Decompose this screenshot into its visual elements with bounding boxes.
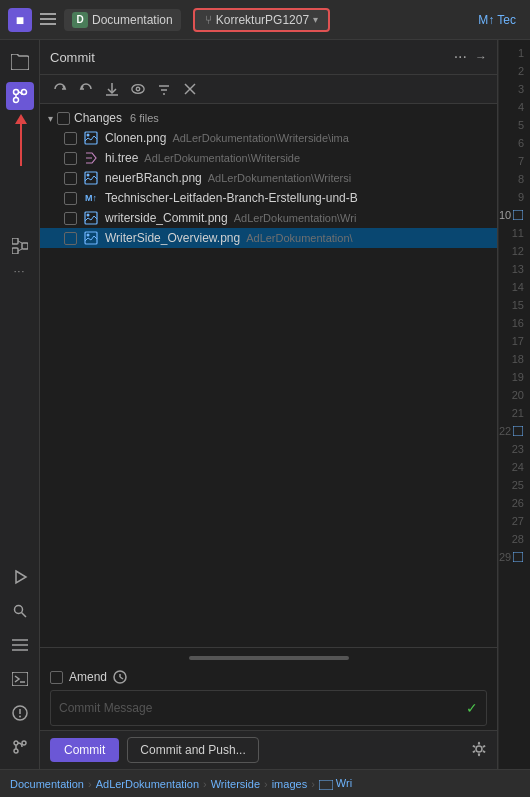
svg-point-24 — [14, 749, 18, 753]
file-checkbox-hitree[interactable] — [64, 152, 77, 165]
file-checkbox-writerside-overview[interactable] — [64, 232, 77, 245]
svg-point-29 — [132, 85, 144, 94]
file-item-neuerbranch[interactable]: neuerBRanch.png AdLerDokumentation\Write… — [40, 168, 497, 188]
branch-label: KorrekturPG1207 — [216, 13, 309, 27]
sidebar-icon-structure[interactable] — [6, 232, 34, 260]
sidebar-icon-git-bottom[interactable] — [6, 733, 34, 761]
file-item-writerside-commit[interactable]: writerside_Commit.png AdLerDokumentation… — [40, 208, 497, 228]
svg-point-3 — [13, 90, 18, 95]
line-12: 12 — [499, 242, 524, 260]
commit-message-area[interactable]: Commit Message ✓ — [50, 690, 487, 726]
project-icon: D — [72, 12, 88, 28]
sidebar-icon-warning[interactable] — [6, 699, 34, 727]
file-type-icon-clonen — [83, 130, 99, 146]
sidebar-icon-list[interactable] — [6, 631, 34, 659]
status-part2: AdLerDokumentation — [96, 778, 199, 790]
commit-panel-title: Commit — [50, 50, 446, 65]
line-18: 18 — [499, 350, 524, 368]
file-checkbox-technischer[interactable] — [64, 192, 77, 205]
branch-selector[interactable]: ⑂ KorrekturPG1207 ▾ — [193, 8, 330, 32]
line-2: 2 — [499, 62, 524, 80]
line-6: 6 — [499, 134, 524, 152]
line-19: 19 — [499, 368, 524, 386]
file-checkbox-writerside-commit[interactable] — [64, 212, 77, 225]
file-checkbox-neuerbranch[interactable] — [64, 172, 77, 185]
download-button[interactable] — [102, 79, 122, 99]
amend-row: Amend — [50, 670, 487, 684]
line-11: 11 — [499, 224, 524, 242]
changes-label: Changes — [74, 111, 122, 125]
file-name-neuerbranch: neuerBRanch.png — [105, 171, 202, 185]
svg-rect-49 — [513, 210, 523, 220]
close-toolbar-button[interactable] — [180, 79, 200, 99]
changes-header[interactable]: ▾ Changes 6 files — [40, 108, 497, 128]
line-3: 3 — [499, 80, 524, 98]
amend-checkbox[interactable] — [50, 671, 63, 684]
amend-label: Amend — [69, 670, 107, 684]
svg-point-44 — [87, 234, 90, 237]
sidebar-icon-git[interactable] — [6, 82, 34, 110]
project-selector[interactable]: D Documentation — [64, 9, 181, 31]
status-part5: Wri — [319, 777, 352, 789]
commit-push-button[interactable]: Commit and Push... — [127, 737, 258, 763]
undo-button[interactable] — [76, 79, 96, 99]
status-part1: Documentation — [10, 778, 84, 790]
sort-button[interactable] — [154, 79, 174, 99]
line-numbers-panel: 1 2 3 4 5 6 7 8 9 10 11 12 13 14 15 16 1… — [498, 40, 530, 769]
svg-point-23 — [14, 741, 18, 745]
file-item-writerside-overview[interactable]: WriterSide_Overview.png AdLerDokumentati… — [40, 228, 497, 248]
commit-expand-button[interactable]: → — [475, 50, 487, 64]
commit-message-check-icon: ✓ — [466, 700, 478, 716]
branch-icon: ⑂ — [205, 13, 212, 27]
file-name-clonen: Clonen.png — [105, 131, 166, 145]
file-path-hitree: AdLerDokumentation\Writerside — [144, 152, 300, 164]
svg-rect-0 — [40, 13, 56, 15]
file-item-technischer[interactable]: M↑ Technischer-Leitfaden-Branch-Erstellu… — [40, 188, 497, 208]
changes-count: 6 files — [130, 112, 159, 124]
line-9: 9 — [499, 188, 524, 206]
file-path-neuerbranch: AdLerDokumentation\Writersi — [208, 172, 351, 184]
line-28: 28 — [499, 530, 524, 548]
svg-point-40 — [87, 174, 90, 177]
sidebar-icon-run[interactable] — [6, 563, 34, 591]
refresh-button[interactable] — [50, 79, 70, 99]
file-path-clonen: AdLerDokumentation\Writerside\ima — [172, 132, 348, 144]
status-sep1: › — [88, 778, 92, 790]
line-4: 4 — [499, 98, 524, 116]
svg-point-42 — [87, 214, 90, 217]
svg-rect-52 — [319, 780, 333, 790]
commit-panel: Commit ··· → — [40, 40, 498, 769]
line-10: 10 — [499, 206, 524, 224]
sidebar-icon-search[interactable] — [6, 597, 34, 625]
file-item-clonen[interactable]: Clonen.png AdLerDokumentation\Writerside… — [40, 128, 497, 148]
sidebar-icon-terminal[interactable] — [6, 665, 34, 693]
sidebar: ··· — [0, 40, 40, 769]
amend-section: Amend Commit Message ✓ — [40, 647, 497, 730]
line-24: 24 — [499, 458, 524, 476]
file-checkbox-clonen[interactable] — [64, 132, 77, 145]
status-part4: images — [272, 778, 307, 790]
menu-icon[interactable] — [40, 11, 56, 29]
line-25: 25 — [499, 476, 524, 494]
svg-rect-43 — [85, 232, 97, 244]
sidebar-icon-folder[interactable] — [6, 48, 34, 76]
file-item-hitree[interactable]: hi.tree AdLerDokumentation\Writerside — [40, 148, 497, 168]
bottom-toolbar: Commit Commit and Push... — [40, 730, 497, 769]
branch-chevron: ▾ — [313, 14, 318, 25]
changes-select-all-checkbox[interactable] — [57, 112, 70, 125]
line-16: 16 — [499, 314, 524, 332]
file-path-writerside-overview: AdLerDokumentation\ — [246, 232, 352, 244]
settings-button[interactable] — [471, 741, 487, 760]
file-path-writerside-commit: AdLerDokumentation\Wri — [234, 212, 357, 224]
svg-point-13 — [14, 606, 22, 614]
commit-button[interactable]: Commit — [50, 738, 119, 762]
file-name-technischer: Technischer-Leitfaden-Branch-Erstellung-… — [105, 191, 358, 205]
svg-rect-51 — [513, 552, 523, 562]
line-13: 13 — [499, 260, 524, 278]
line-29: 29 — [499, 548, 524, 566]
eye-button[interactable] — [128, 79, 148, 99]
status-sep4: › — [311, 778, 315, 790]
status-part3: Writerside — [211, 778, 260, 790]
status-bar: Documentation › AdLerDokumentation › Wri… — [0, 769, 530, 797]
commit-more-button[interactable]: ··· — [454, 48, 467, 66]
